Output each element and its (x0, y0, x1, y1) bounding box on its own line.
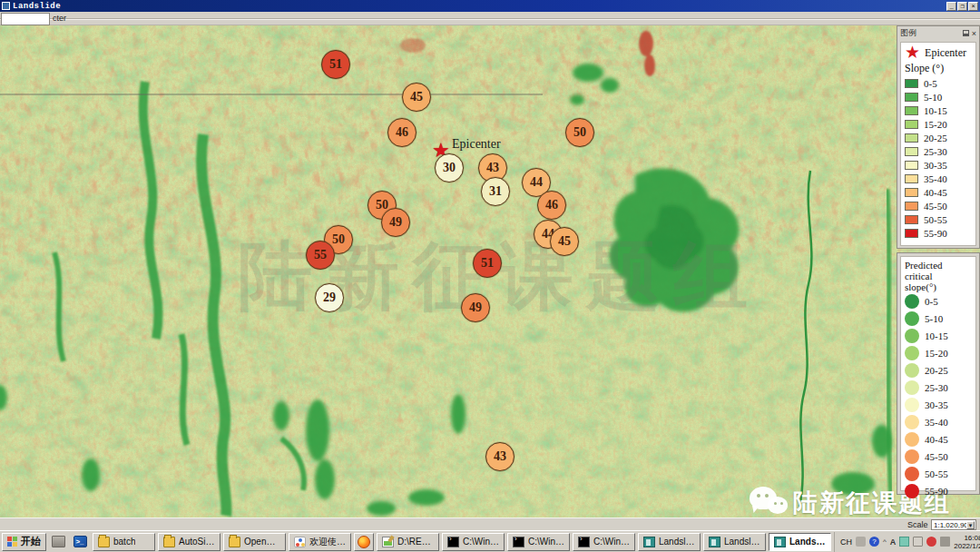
taskbar-button-d-red-act-[interactable]: D:\RED-ACT... (377, 533, 439, 551)
slope-marker[interactable]: 45 (402, 83, 431, 112)
cmd-icon (578, 537, 590, 547)
slope-marker[interactable]: 55 (306, 241, 335, 270)
start-button[interactable]: 开始 (2, 533, 46, 551)
legend-slope-header[interactable]: 图例 × (897, 26, 979, 40)
taskbar-button-landslide[interactable]: Landslide (703, 533, 766, 551)
slope-marker[interactable]: 31 (481, 177, 510, 206)
legend-range-label: 55-90 (924, 228, 947, 239)
taskbar-button-landslide[interactable]: Landslide (769, 533, 831, 551)
slope-legend-classes: 0-55-1010-1515-2020-2525-3030-3535-4040-… (901, 76, 975, 240)
toolbar-combobox[interactable] (1, 13, 50, 25)
predicted-swatch (905, 467, 919, 481)
taskbar-button-firefox[interactable] (354, 533, 374, 551)
tray-misc-icon[interactable] (940, 537, 950, 547)
powershell-icon[interactable]: >_ (71, 534, 89, 550)
predicted-class-row: 15-20 (901, 344, 975, 361)
predicted-class-row: 20-25 (901, 361, 975, 379)
legend-range-label: 35-40 (924, 173, 947, 184)
notification-icon[interactable] (926, 537, 936, 547)
legend-slope-title: 图例 (900, 27, 916, 39)
minimize-button[interactable]: _ (946, 2, 956, 11)
predicted-swatch (905, 329, 919, 343)
legend-class-row: 55-90 (901, 226, 975, 240)
slope-marker[interactable]: 45 (550, 227, 579, 256)
tray-app-icon[interactable] (899, 537, 909, 547)
slope-marker[interactable]: 51 (321, 50, 350, 79)
predicted-swatch (905, 415, 919, 429)
slope-legend-title: Slope (°) (901, 60, 975, 76)
legend-class-row: 35-40 (901, 172, 975, 185)
taskbar-button-label: Landslide (789, 537, 826, 547)
start-label: 开始 (21, 535, 41, 548)
predicted-swatch (905, 398, 919, 412)
predicted-range-label: 35-40 (925, 417, 948, 428)
slope-marker[interactable]: 49 (381, 208, 410, 237)
predicted-class-row: 30-35 (901, 396, 975, 413)
legend-swatch (905, 215, 918, 224)
scale-dropdown[interactable]: 1:1,020,904 ▼ (931, 519, 976, 530)
predicted-swatch (905, 484, 919, 498)
legend-class-row: 0-5 (901, 76, 975, 90)
taskbar-button-label: C:\Windows... (463, 537, 499, 547)
toolbar-separator (0, 18, 980, 20)
slope-marker[interactable]: 29 (315, 283, 344, 312)
show-desktop-icon[interactable] (49, 534, 67, 550)
system-tray: CH ? ^ A 16:08 2022/1/2 (834, 532, 980, 552)
legend-class-row: 30-35 (901, 158, 975, 172)
maximize-button[interactable]: ❐ (957, 2, 967, 11)
map-view[interactable]: 陆新征课题组 ★ Epicenter 514546503043443150464… (0, 25, 980, 518)
ime-mode-icon[interactable]: A (890, 537, 897, 547)
close-button[interactable]: × (968, 2, 978, 11)
slope-marker[interactable]: 43 (485, 442, 514, 471)
taskbar-button-label: C:\Windows... (593, 537, 630, 547)
predicted-range-label: 55-90 (925, 486, 948, 497)
taskbar-button-label: Landslide (659, 537, 695, 547)
toolbar-partial-text: cter (53, 14, 66, 23)
map-icon (643, 537, 655, 547)
slope-marker[interactable]: 51 (473, 249, 502, 278)
flag-icon[interactable] (913, 537, 923, 547)
taskbar-button-batch[interactable]: batch (93, 533, 155, 551)
legend-close-icon[interactable]: × (972, 30, 976, 37)
legend-epicenter-star-icon: ★ (905, 45, 920, 60)
taskbar-button-c-windows-[interactable]: C:\Windows... (573, 533, 635, 551)
chevron-down-icon[interactable]: ▼ (966, 521, 975, 529)
legend-class-row: 50-55 (901, 212, 975, 226)
legend-class-row: 10-15 (901, 104, 975, 117)
predicted-class-row: 10-15 (901, 327, 975, 344)
slope-marker[interactable]: 46 (387, 118, 416, 147)
legend-swatch (905, 202, 918, 211)
legend-class-row: 5-10 (901, 90, 975, 104)
legend-class-row: 45-50 (901, 199, 975, 212)
title-bar[interactable]: Landslide _ ❐ × (0, 0, 980, 12)
tray-expand-icon[interactable]: ^ (883, 537, 887, 546)
predicted-range-label: 0-5 (925, 296, 938, 307)
taskbar-button-label: C:\Windows... (528, 537, 564, 547)
slope-marker[interactable]: 50 (565, 118, 594, 147)
legend-range-label: 40-45 (924, 187, 947, 198)
clock[interactable]: 16:08 2022/1/2 (954, 534, 980, 550)
taskbar-button-c-windows-[interactable]: C:\Windows... (507, 533, 570, 551)
predicted-legend-classes: 0-55-1010-1515-2020-2525-3030-3535-4040-… (901, 292, 975, 499)
pin-icon[interactable] (963, 30, 969, 36)
legend-predicted-body: Predicted critical slope(°) 0-55-1010-15… (900, 256, 976, 491)
predicted-range-label: 25-30 (925, 382, 948, 393)
legend-range-label: 30-35 (924, 160, 947, 171)
taskbar-button-autosimula-[interactable]: AutoSimula... (158, 533, 220, 551)
slope-marker[interactable]: 49 (461, 293, 490, 322)
slope-marker[interactable]: 30 (435, 153, 464, 182)
predicted-class-row: 35-40 (901, 413, 975, 430)
slope-marker[interactable]: 46 (537, 191, 566, 220)
taskbar-button-opensees[interactable]: OpenSees (223, 533, 286, 551)
application-window: Landslide _ ❐ × cter (0, 0, 980, 552)
legend-range-label: 20-25 (924, 133, 947, 143)
legend-swatch (905, 161, 918, 170)
taskbar-button-landslide[interactable]: Landslide (638, 533, 701, 551)
help-icon[interactable]: ? (869, 537, 879, 547)
speaker-icon[interactable] (856, 537, 866, 547)
paint-icon (382, 537, 394, 547)
language-indicator[interactable]: CH (840, 537, 852, 547)
taskbar-button--[interactable]: 欢迎使用画... (289, 533, 351, 551)
taskbar-button-c-windows-[interactable]: C:\Windows... (442, 533, 505, 551)
window-title: Landslide (13, 2, 61, 11)
